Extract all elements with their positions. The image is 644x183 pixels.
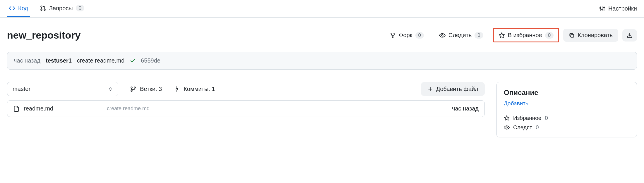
branch-icon <box>130 86 136 92</box>
latest-commit-bar[interactable]: час назад testuser1 create readme.md 655… <box>7 52 637 70</box>
star-icon <box>499 32 505 39</box>
download-button[interactable] <box>622 29 637 42</box>
watch-label: Следить <box>448 32 472 39</box>
branches-link[interactable]: Ветки: 3 <box>130 86 162 92</box>
sidebar-star-count: 0 <box>545 115 548 121</box>
sidebar-add-description[interactable]: Добавить <box>504 100 528 107</box>
repo-actions: Форк 0 Следить 0 В избранное 0 Клонирова… <box>384 28 637 42</box>
fork-button[interactable]: Форк 0 <box>384 29 429 42</box>
check-icon <box>130 58 136 64</box>
tab-settings-label: Настройки <box>608 5 637 12</box>
watch-button[interactable]: Следить 0 <box>434 29 489 42</box>
eye-icon <box>439 32 446 39</box>
commits-link[interactable]: Коммиты: 1 <box>174 86 215 92</box>
main-column: master Ветки: 3 Коммиты: 1 <box>7 82 485 117</box>
download-icon <box>627 32 633 38</box>
sidebar-star-label: Избранное <box>513 115 541 121</box>
sidebar-watch-count: 0 <box>536 124 539 131</box>
file-name-cell: readme.md <box>13 105 101 112</box>
star-icon <box>504 115 510 121</box>
repo-header: new_repository Форк 0 Следить 0 В избран… <box>0 18 644 45</box>
plus-icon <box>427 86 433 92</box>
tab-requests[interactable]: Запросы 0 <box>38 0 86 17</box>
svg-point-21 <box>176 88 178 90</box>
tab-settings[interactable]: Настройки <box>599 5 637 12</box>
clone-label: Клонировать <box>578 32 613 39</box>
commit-author: testuser1 <box>46 57 72 64</box>
sidebar: Описание Добавить Избранное 0 Следят 0 <box>496 82 637 137</box>
svg-point-27 <box>506 127 508 128</box>
svg-point-5 <box>600 7 601 8</box>
requests-count-badge: 0 <box>76 5 84 11</box>
sidebar-star-stat[interactable]: Избранное 0 <box>504 115 630 121</box>
branches-label: Ветки: 3 <box>140 86 162 92</box>
commit-time: час назад <box>14 57 40 64</box>
content-row: master Ветки: 3 Коммиты: 1 <box>0 70 644 137</box>
file-toolbar: master Ветки: 3 Коммиты: 1 <box>7 82 485 96</box>
code-icon <box>9 5 15 11</box>
svg-point-14 <box>441 34 443 36</box>
svg-point-9 <box>604 7 605 8</box>
svg-point-7 <box>602 9 603 10</box>
commit-icon <box>174 86 180 92</box>
sidebar-watch-label: Следят <box>513 124 532 131</box>
add-file-label: Добавить файл <box>436 86 478 92</box>
git-pull-request-icon <box>40 5 46 11</box>
branch-current: master <box>13 86 30 92</box>
fork-label: Форк <box>399 32 412 39</box>
updown-icon <box>108 87 113 92</box>
settings-icon <box>599 6 605 12</box>
file-commit-msg: create readme.md <box>107 106 446 112</box>
repo-title: new_repository <box>7 30 80 41</box>
tab-bar: Код Запросы 0 Настройки <box>0 0 644 18</box>
tab-code-label: Код <box>18 5 28 12</box>
commit-hash: 6559de <box>141 57 160 64</box>
commits-label: Коммиты: 1 <box>184 86 215 92</box>
star-button[interactable]: В избранное 0 <box>493 28 559 42</box>
fork-icon <box>390 32 396 38</box>
add-file-button[interactable]: Добавить файл <box>421 82 485 96</box>
star-label: В избранное <box>508 32 542 39</box>
file-icon <box>13 106 20 112</box>
tab-code[interactable]: Код <box>7 0 30 17</box>
branch-selector[interactable]: master <box>7 82 118 96</box>
file-list: readme.md create readme.md час назад <box>7 100 485 117</box>
file-name: readme.md <box>24 105 53 112</box>
commit-message: create readme.md <box>77 57 124 64</box>
star-count: 0 <box>545 32 554 39</box>
file-row[interactable]: readme.md create readme.md час назад <box>7 101 484 117</box>
clone-button[interactable]: Клонировать <box>563 29 618 42</box>
svg-rect-16 <box>571 34 574 37</box>
fork-count: 0 <box>415 32 424 39</box>
tabs-left: Код Запросы 0 <box>7 0 86 17</box>
file-time: час назад <box>452 105 479 112</box>
copy-icon <box>569 32 575 38</box>
sidebar-title: Описание <box>504 89 630 97</box>
svg-marker-15 <box>499 32 504 37</box>
tab-requests-label: Запросы <box>49 5 73 12</box>
watch-count: 0 <box>475 32 483 39</box>
sidebar-watch-stat[interactable]: Следят 0 <box>504 124 630 131</box>
eye-icon <box>504 125 510 130</box>
svg-marker-26 <box>504 116 509 120</box>
